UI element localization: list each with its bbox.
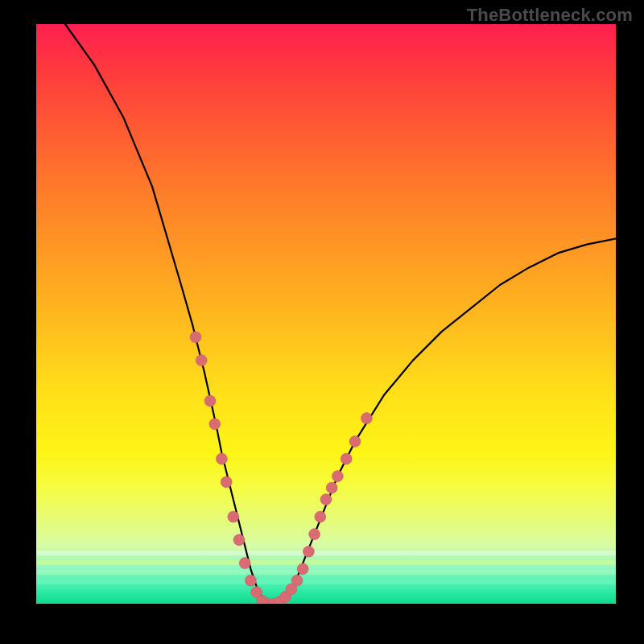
data-marker xyxy=(332,471,343,482)
data-marker xyxy=(233,535,245,546)
data-marker xyxy=(245,575,256,586)
data-marker xyxy=(196,355,207,366)
bottleneck-curve xyxy=(65,24,616,604)
data-marker xyxy=(361,413,372,424)
data-marker xyxy=(341,453,352,464)
data-marker xyxy=(303,546,314,557)
data-marker xyxy=(190,332,201,343)
data-marker xyxy=(326,482,337,493)
data-marker xyxy=(309,529,320,540)
data-marker xyxy=(216,453,227,464)
data-marker xyxy=(297,564,308,575)
data-marker xyxy=(228,511,239,522)
data-marker xyxy=(209,419,221,430)
data-marker xyxy=(320,493,332,505)
curve-layer xyxy=(36,24,616,604)
data-marker xyxy=(315,511,326,522)
data-marker xyxy=(204,395,216,407)
data-marker xyxy=(291,575,303,586)
data-marker xyxy=(239,558,250,569)
data-marker xyxy=(349,436,361,447)
data-marker xyxy=(221,477,232,488)
watermark-text: TheBottleneck.com xyxy=(467,5,633,26)
chart-frame: TheBottleneck.com xyxy=(0,0,644,644)
plot-area xyxy=(36,24,616,604)
